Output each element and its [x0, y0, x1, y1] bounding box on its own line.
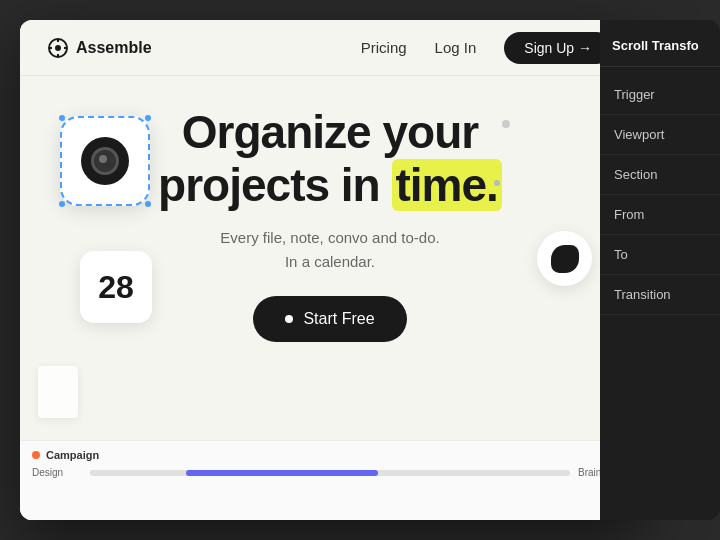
corner-bl: [59, 201, 65, 207]
start-free-button[interactable]: Start Free: [253, 296, 406, 342]
panel-row-from[interactable]: From: [600, 195, 720, 235]
blob-widget: [537, 231, 592, 286]
panel-row-transition[interactable]: Transition: [600, 275, 720, 315]
login-link[interactable]: Log In: [435, 39, 477, 56]
panel-row-section[interactable]: Section: [600, 155, 720, 195]
panel-row-to[interactable]: To: [600, 235, 720, 275]
panel-rows: Trigger Viewport Section From To Transit…: [600, 67, 720, 323]
calendar-widget: 28: [80, 251, 152, 323]
corner-tr: [145, 115, 151, 121]
timeline-dot: [32, 451, 40, 459]
campaign-title: Campaign: [46, 449, 99, 461]
bottom-preview: Campaign Design Brainstorming: [20, 440, 640, 520]
cta-label: Start Free: [303, 310, 374, 328]
corner-tl: [59, 115, 65, 121]
highlight-word: time.: [392, 159, 502, 211]
timeline-progress: [186, 470, 378, 476]
panel-row-viewport[interactable]: Viewport: [600, 115, 720, 155]
hero-title: Organize your projects in time.: [158, 106, 502, 212]
navbar: Assemble Pricing Log In Sign Up →: [20, 20, 640, 76]
deco-dot-2: [494, 180, 500, 186]
logo-icon: [48, 38, 68, 58]
timeline-bar: Campaign Design Brainstorming: [20, 441, 640, 520]
camera-lens: [91, 147, 119, 175]
hero-subtitle: Every file, note, convo and to-do. In a …: [220, 226, 439, 274]
logo-text: Assemble: [76, 39, 152, 57]
hero-section: 28 Organize your projects in time. Every…: [20, 76, 640, 362]
right-panel: Scroll Transfo Trigger Viewport Section …: [600, 20, 720, 520]
pricing-link[interactable]: Pricing: [361, 39, 407, 56]
corner-br: [145, 201, 151, 207]
nav-links: Pricing Log In Sign Up →: [361, 32, 612, 64]
camera-widget: [60, 116, 150, 206]
camera-inner: [81, 137, 129, 185]
panel-title: Scroll Transfo: [612, 38, 699, 53]
panel-row-trigger[interactable]: Trigger: [600, 75, 720, 115]
timeline-row-design: Design Brainstorming: [32, 467, 628, 478]
timeline-track: [90, 470, 570, 476]
logo: Assemble: [48, 38, 152, 58]
panel-header: Scroll Transfo: [600, 20, 720, 67]
blob-inner: [551, 245, 579, 273]
main-window: Assemble Pricing Log In Sign Up → 28: [20, 20, 640, 520]
paper-widget: [38, 366, 78, 418]
signup-button[interactable]: Sign Up →: [504, 32, 612, 64]
btn-dot: [285, 315, 293, 323]
design-label: Design: [32, 467, 82, 478]
deco-dot-1: [502, 120, 510, 128]
svg-point-1: [55, 45, 61, 51]
timeline-header: Campaign: [32, 449, 628, 461]
